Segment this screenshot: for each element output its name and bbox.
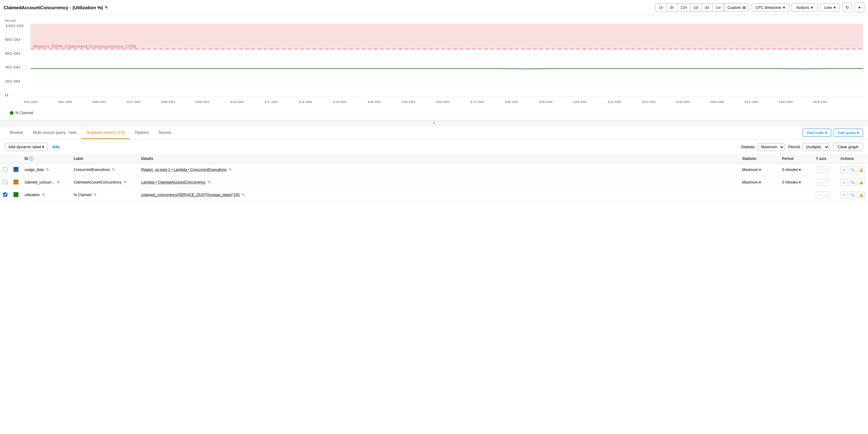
metrics-table-container: ID i Label Details Statistic Period Y ax…: [0, 154, 868, 202]
time-3d[interactable]: 3d: [702, 4, 712, 11]
row1-id-edit-icon[interactable]: ✎: [46, 167, 49, 172]
svg-text:06:00: 06:00: [92, 100, 106, 104]
row3-statistic-cell: [739, 189, 779, 202]
chart-legend: % Claimed: [5, 110, 863, 118]
panel-divider[interactable]: =: [0, 120, 868, 126]
table-row: claimed_concurr... ✎ ClaimedAccountConcu…: [0, 176, 868, 189]
add-query-button[interactable]: Add query ▾: [834, 129, 863, 137]
period-dropdown[interactable]: (multiple) 1 minute 5 minutes 1 hour: [803, 143, 829, 151]
add-dynamic-label-button[interactable]: Add dynamic label ▾: [5, 143, 48, 151]
row2-yaxis-cell: ‹ ›: [813, 176, 837, 189]
row1-trend-icon-button[interactable]: ∿: [840, 166, 848, 174]
th-label: Label: [71, 154, 138, 164]
tab-multi-source[interactable]: Multi source query - new: [28, 126, 81, 139]
row3-trend-icon-button[interactable]: ∿: [840, 191, 848, 198]
row2-period-dropdown-icon[interactable]: ▾: [799, 180, 801, 184]
th-color: [10, 154, 22, 164]
row1-period: 5 minutes: [782, 167, 798, 172]
statistic-dropdown[interactable]: Maximum Average Minimum Sum: [758, 143, 784, 151]
row2-search-icon-button[interactable]: 🔍: [849, 179, 856, 186]
svg-text:17:00: 17:00: [470, 100, 484, 104]
row1-search-icon-button[interactable]: 🔍: [849, 166, 856, 174]
svg-text:22:00: 22:00: [642, 100, 656, 104]
row3-color-swatch: [13, 192, 19, 197]
chart-type-dropdown[interactable]: Line ▾: [820, 3, 840, 12]
row3-yaxis-cell: ‹ ›: [813, 189, 837, 202]
row2-alarm-icon-button[interactable]: 🔔: [858, 179, 865, 186]
timezone-dropdown[interactable]: UTC timezone ▾: [752, 3, 789, 12]
row2-actions-cell: ∿ 🔍 🔔: [837, 176, 868, 189]
svg-text:23:00: 23:00: [676, 100, 690, 104]
row2-label-cell: ClaimedAccountConcurrency ✎: [71, 176, 138, 189]
row3-alarm-icon-button[interactable]: 🔔: [858, 191, 865, 198]
row2-yaxis-left[interactable]: ‹: [816, 179, 823, 186]
row2-checkbox-cell: [0, 176, 10, 189]
page-header: ClaimedAccountConcurrency - (Utilization…: [0, 0, 868, 15]
row3-details[interactable]: (claimed_concurrency/SERVICE_QUOTA(usage…: [141, 193, 240, 197]
more-options-button[interactable]: ▾: [855, 2, 864, 12]
tabs-bar: Browse Multi source query - new Graphed …: [0, 126, 868, 140]
time-3h[interactable]: 3h: [666, 4, 677, 11]
svg-text:16:00: 16:00: [436, 100, 450, 104]
row3-yaxis-left[interactable]: ‹: [816, 191, 823, 198]
row1-details[interactable]: Region: us-east-1 • Lambda • ConcurrentE…: [141, 167, 226, 172]
row3-id-cell: utilization ✎: [22, 189, 71, 202]
row1-alarm-icon-button[interactable]: 🔔: [858, 166, 865, 174]
row1-checkbox-cell: [0, 164, 10, 176]
svg-text:18:00: 18:00: [504, 100, 518, 104]
row3-label-cell: % Claimed ✎: [71, 189, 138, 202]
tab-options[interactable]: Options: [130, 126, 153, 139]
row2-yaxis-right[interactable]: ›: [823, 179, 829, 186]
svg-text:01:00: 01:00: [745, 100, 758, 104]
add-math-button[interactable]: Add math ▾: [803, 129, 831, 137]
row2-checkbox[interactable]: [3, 180, 7, 184]
row1-statistic-cell: Maximum ▾: [739, 164, 779, 176]
row2-color-swatch: [13, 180, 19, 184]
row1-label-edit-icon[interactable]: ✎: [112, 167, 115, 172]
row2-details-edit-icon[interactable]: ✎: [208, 180, 211, 184]
id-info-icon[interactable]: i: [29, 157, 33, 161]
table-row: utilization ✎ % Claimed ✎ (claimed_concu…: [0, 189, 868, 202]
row3-label-edit-icon[interactable]: ✎: [94, 193, 97, 197]
info-badge[interactable]: Info: [53, 145, 60, 149]
row2-label-edit-icon[interactable]: ✎: [124, 180, 127, 184]
row1-yaxis-left[interactable]: ‹: [816, 166, 823, 173]
row3-details-cell: (claimed_concurrency/SERVICE_QUOTA(usage…: [138, 189, 739, 202]
time-1w[interactable]: 1w: [712, 4, 724, 11]
th-actions: Actions: [837, 154, 868, 164]
svg-text:11:00: 11:00: [264, 100, 278, 104]
row3-search-icon-button[interactable]: 🔍: [849, 191, 856, 198]
svg-text:40.00: 40.00: [5, 65, 20, 69]
row1-statistic-dropdown-icon[interactable]: ▾: [759, 167, 761, 172]
time-range-selector: 1h 3h 12h 1d 3d 1w Custom ⊞: [655, 3, 749, 12]
title-edit-icon[interactable]: ✎: [105, 5, 108, 10]
row2-trend-icon-button[interactable]: ∿: [840, 179, 848, 186]
row2-label: ClaimedAccountConcurrency: [74, 180, 121, 184]
row2-id-edit-icon[interactable]: ✎: [57, 180, 60, 184]
tab-browse[interactable]: Browse: [5, 126, 28, 139]
row2-statistic-dropdown-icon[interactable]: ▾: [759, 180, 761, 184]
time-1h[interactable]: 1h: [656, 4, 666, 11]
svg-text:15:00: 15:00: [401, 100, 415, 104]
row3-yaxis-right[interactable]: ›: [823, 191, 829, 198]
row3-id-edit-icon[interactable]: ✎: [42, 193, 45, 197]
row1-details-edit-icon[interactable]: ✎: [229, 167, 232, 172]
svg-text:09:00: 09:00: [195, 100, 209, 104]
row1-yaxis-right[interactable]: ›: [823, 166, 829, 173]
tab-graphed-metrics[interactable]: Graphed metrics (1/3): [81, 126, 130, 139]
row2-details[interactable]: Lambda • ClaimedAccountConcurrency: [141, 180, 206, 184]
tab-source[interactable]: Source: [153, 126, 176, 139]
svg-text:13:00: 13:00: [333, 100, 346, 104]
time-12h[interactable]: 12h: [677, 4, 691, 11]
row3-details-edit-icon[interactable]: ✎: [242, 193, 245, 197]
actions-button[interactable]: Actions ▾: [792, 3, 818, 12]
table-row: usage_data ✎ ConcurrentExecutions ✎ Regi…: [0, 164, 868, 176]
clear-graph-button[interactable]: Clear graph: [833, 143, 863, 151]
time-1d[interactable]: 1d: [691, 4, 702, 11]
time-custom[interactable]: Custom ⊞: [724, 4, 749, 11]
row1-period-dropdown-icon[interactable]: ▾: [799, 167, 801, 172]
refresh-button[interactable]: ↻: [842, 2, 852, 12]
row3-checkbox[interactable]: [3, 192, 7, 197]
row3-checkbox-cell: [0, 189, 10, 202]
row1-checkbox[interactable]: [3, 167, 7, 172]
